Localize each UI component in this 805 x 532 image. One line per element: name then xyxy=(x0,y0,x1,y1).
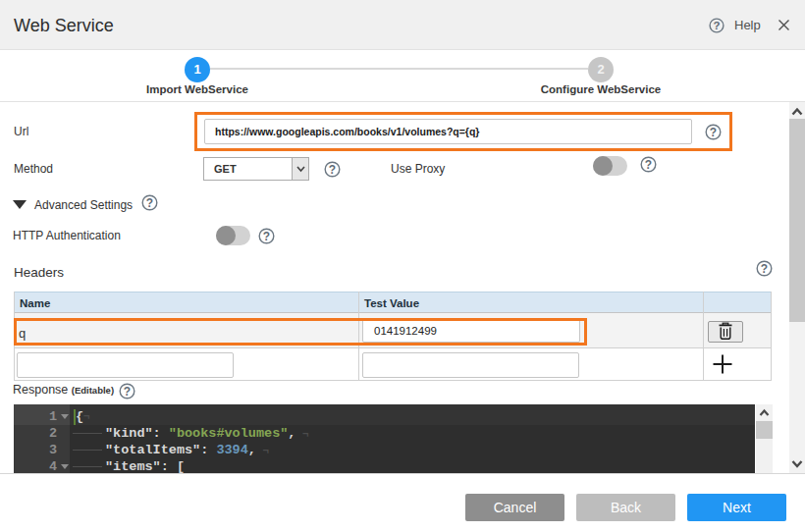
svg-text:?: ? xyxy=(124,385,131,399)
svg-text:?: ? xyxy=(713,20,720,31)
svg-text:?: ? xyxy=(329,163,336,177)
svg-text:?: ? xyxy=(146,196,153,210)
svg-text:?: ? xyxy=(761,262,768,276)
svg-text:?: ? xyxy=(645,158,652,172)
svg-text:?: ? xyxy=(710,126,717,139)
svg-text:?: ? xyxy=(263,230,270,243)
